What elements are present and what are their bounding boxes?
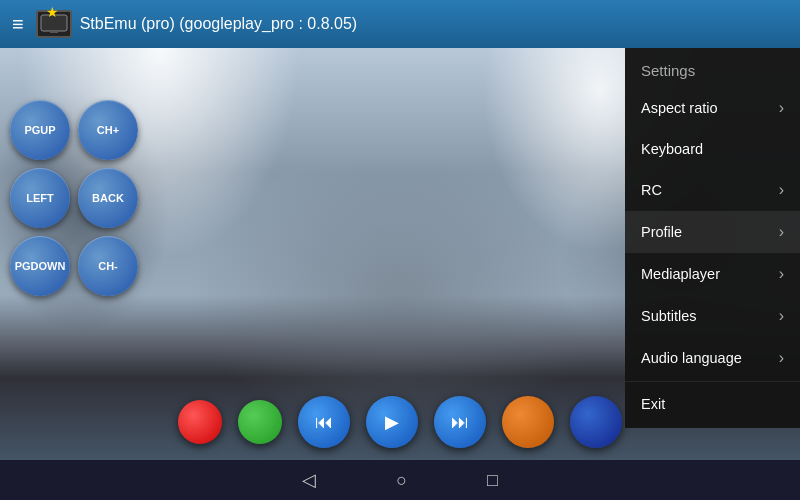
menu-title: Settings — [625, 52, 800, 87]
chminus-button[interactable]: CH- — [78, 236, 138, 296]
arrow-icon-mediaplayer: › — [779, 265, 784, 283]
menu-item-rc[interactable]: RC › — [625, 169, 800, 211]
menu-item-aspect-ratio[interactable]: Aspect ratio › — [625, 87, 800, 129]
menu-item-subtitles[interactable]: Subtitles › — [625, 295, 800, 337]
ctrl-row-1: PGUP CH+ — [10, 100, 138, 160]
menu-item-audio-language-label: Audio language — [641, 350, 742, 366]
rewind-icon: ⏮ — [315, 412, 333, 433]
pgdown-button[interactable]: PGDOWN — [10, 236, 70, 296]
recent-nav-icon[interactable]: □ — [487, 470, 498, 491]
rewind-button[interactable]: ⏮ — [298, 396, 350, 448]
hamburger-icon[interactable]: ≡ — [12, 13, 24, 36]
left-button[interactable]: LEFT — [10, 168, 70, 228]
star-icon: ★ — [46, 4, 59, 20]
menu-item-aspect-ratio-label: Aspect ratio — [641, 100, 718, 116]
pgup-button[interactable]: PGUP — [10, 100, 70, 160]
blue-button[interactable] — [570, 396, 622, 448]
arrow-icon-profile: › — [779, 223, 784, 241]
back-button[interactable]: BACK — [78, 168, 138, 228]
navigation-bar: ◁ ○ □ — [0, 460, 800, 500]
arrow-icon-aspect-ratio: › — [779, 99, 784, 117]
ctrl-row-2: LEFT BACK — [10, 168, 138, 228]
orange-button[interactable] — [502, 396, 554, 448]
svg-rect-1 — [50, 31, 58, 33]
arrow-icon-subtitles: › — [779, 307, 784, 325]
header-bar: ≡ ★ StbEmu (pro) (googleplay_pro : 0.8.0… — [0, 0, 800, 48]
menu-item-mediaplayer[interactable]: Mediaplayer › — [625, 253, 800, 295]
controls-panel: PGUP CH+ LEFT BACK PGDOWN CH- — [10, 100, 138, 296]
menu-item-rc-label: RC — [641, 182, 662, 198]
red-button[interactable] — [178, 400, 222, 444]
menu-item-audio-language[interactable]: Audio language › — [625, 337, 800, 379]
settings-dropdown: Settings Aspect ratio › Keyboard RC › Pr… — [625, 48, 800, 428]
menu-item-profile-label: Profile — [641, 224, 682, 240]
menu-item-subtitles-label: Subtitles — [641, 308, 697, 324]
fastforward-button[interactable]: ⏭ — [434, 396, 486, 448]
green-button[interactable] — [238, 400, 282, 444]
fastforward-icon: ⏭ — [451, 412, 469, 433]
menu-item-exit[interactable]: Exit — [625, 384, 800, 424]
app-title: StbEmu (pro) (googleplay_pro : 0.8.05) — [80, 15, 357, 33]
ctrl-row-3: PGDOWN CH- — [10, 236, 138, 296]
arrow-icon-audio-language: › — [779, 349, 784, 367]
menu-item-mediaplayer-label: Mediaplayer — [641, 266, 720, 282]
play-icon: ▶ — [385, 411, 399, 433]
arrow-icon-rc: › — [779, 181, 784, 199]
menu-divider — [625, 381, 800, 382]
menu-item-keyboard-label: Keyboard — [641, 141, 703, 157]
menu-item-profile[interactable]: Profile › — [625, 211, 800, 253]
menu-item-keyboard[interactable]: Keyboard — [625, 129, 800, 169]
app-icon: ★ — [36, 10, 72, 38]
play-button[interactable]: ▶ — [366, 396, 418, 448]
home-nav-icon[interactable]: ○ — [396, 470, 407, 491]
chplus-button[interactable]: CH+ — [78, 100, 138, 160]
back-nav-icon[interactable]: ◁ — [302, 469, 316, 491]
menu-item-exit-label: Exit — [641, 396, 665, 412]
